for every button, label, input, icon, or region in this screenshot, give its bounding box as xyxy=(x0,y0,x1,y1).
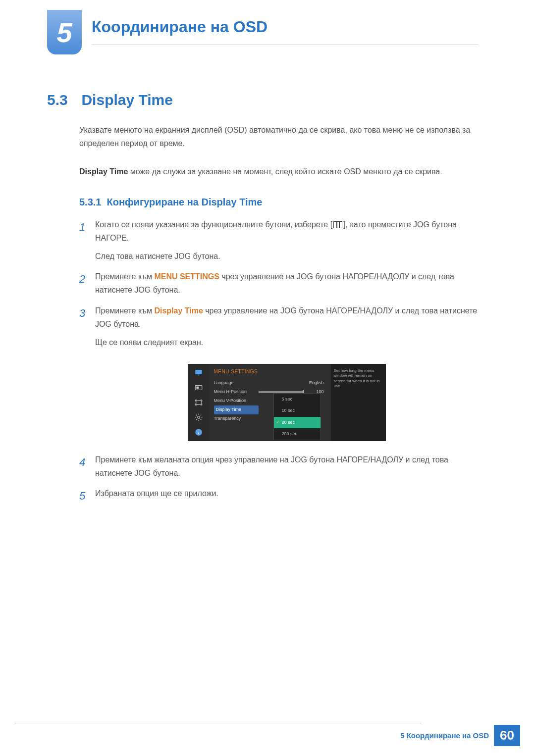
step-5: 5 Избраната опция ще се приложи. xyxy=(79,487,478,505)
osd-option: 5 sec xyxy=(274,394,321,405)
svg-rect-4 xyxy=(196,401,201,404)
osd-main-panel: MENU SETTINGS Language English Menu H-Po… xyxy=(209,364,331,441)
step-number: 2 xyxy=(79,270,95,297)
step-number: 5 xyxy=(79,487,95,505)
footer-chapter-label: 5 Координиране на OSD xyxy=(400,731,489,740)
osd-screenshot: i MENU SETTINGS Language English Menu H-… xyxy=(188,364,386,441)
step-number: 3 xyxy=(79,304,95,442)
svg-rect-1 xyxy=(198,375,199,376)
osd-dropdown: 5 sec 10 sec 20 sec 200 sec xyxy=(273,393,321,440)
divider xyxy=(92,45,478,45)
osd-menu-title: MENU SETTINGS xyxy=(214,367,326,376)
step-3: 3 Преминете към Display Time чрез управл… xyxy=(79,304,478,442)
intro-paragraph-2: Display Time може да служи за указване н… xyxy=(79,165,478,178)
bold-text: Display Time xyxy=(79,167,128,176)
section-number: 5.3 xyxy=(47,92,79,108)
page-number: 60 xyxy=(494,725,520,746)
steps-list: 1 Когато се появи указание за функционал… xyxy=(79,218,478,505)
page-footer: 5 Координиране на OSD 60 xyxy=(400,725,520,746)
resize-icon xyxy=(194,398,204,407)
chapter-title: Координиране на OSD xyxy=(92,18,268,36)
intro-paragraph-1: Указвате менюто на екранния дисплей (OSD… xyxy=(79,123,478,150)
osd-option: 10 sec xyxy=(274,405,321,416)
menu-icon xyxy=(333,221,342,228)
step-4: 4 Преминете към желаната опция чрез упра… xyxy=(79,453,478,480)
osd-help-text: Set how long the menu window will remain… xyxy=(331,364,385,441)
page-content: 5.3 Display Time Указвате менюто на екра… xyxy=(47,92,478,505)
divider xyxy=(15,723,421,723)
step-subtext: Ще се появи следният екран. xyxy=(95,336,478,349)
osd-option: 200 sec xyxy=(274,428,321,440)
highlight-text: Display Time xyxy=(154,306,203,315)
osd-row-language: Language English xyxy=(214,379,326,388)
highlight-text: MENU SETTINGS xyxy=(154,272,219,281)
picture-icon xyxy=(194,383,204,392)
subsection-heading: 5.3.1 Конфигуриране на Display Time xyxy=(79,197,478,208)
svg-rect-0 xyxy=(195,370,202,374)
info-icon: i xyxy=(194,428,204,437)
step-number: 4 xyxy=(79,453,95,480)
step-number: 1 xyxy=(79,218,95,263)
svg-text:i: i xyxy=(198,430,199,435)
step-2: 2 Преминете към MENU SETTINGS чрез управ… xyxy=(79,270,478,297)
osd-option-selected: 20 sec xyxy=(274,417,321,428)
chapter-number-badge: 5 xyxy=(47,10,82,54)
osd-sidebar: i xyxy=(188,364,209,441)
svg-point-5 xyxy=(197,416,200,419)
step-subtext: След това натиснете JOG бутона. xyxy=(95,250,478,263)
step-1: 1 Когато се появи указание за функционал… xyxy=(79,218,478,263)
svg-rect-3 xyxy=(196,387,199,389)
monitor-icon xyxy=(194,368,204,377)
gear-icon xyxy=(194,413,204,422)
section-title: Display Time xyxy=(81,92,173,108)
